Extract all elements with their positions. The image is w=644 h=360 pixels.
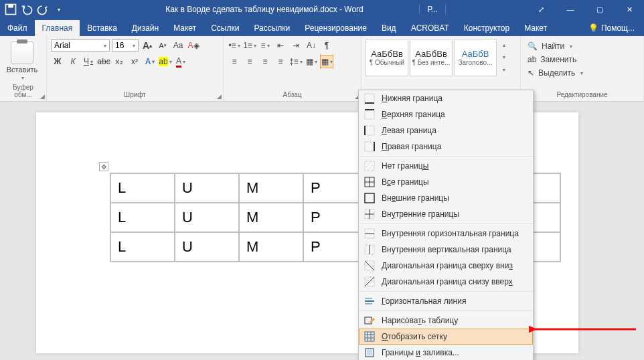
underline-button[interactable]: Ч▾ — [82, 55, 95, 68]
border-top-icon — [364, 109, 375, 120]
dd-draw-table[interactable]: Нарисовать таблицу — [359, 312, 533, 329]
decrease-indent-button[interactable]: ⇤ — [274, 39, 287, 52]
font-name-combo[interactable]: Arial▾ — [51, 39, 110, 52]
font-size-combo[interactable]: 16▾ — [112, 39, 139, 52]
clear-format-button[interactable]: A◈ — [187, 39, 200, 52]
dd-all-borders[interactable]: Все границы — [359, 174, 533, 190]
minimize-icon[interactable]: — — [556, 0, 585, 19]
dd-top-border[interactable]: Верхняя граница — [359, 106, 533, 122]
align-left-button[interactable]: ≡ — [228, 55, 241, 68]
bullets-button[interactable]: •≡▾ — [228, 39, 241, 52]
svg-rect-8 — [365, 142, 374, 151]
highlight-button[interactable]: ab▾ — [159, 55, 172, 68]
find-button[interactable]: 🔍Найти▾ — [525, 40, 639, 52]
maximize-icon[interactable]: ▢ — [585, 0, 615, 19]
dd-inside-v-border[interactable]: Внутренняя вертикальная граница — [359, 242, 533, 258]
dd-left-border[interactable]: Левая граница — [359, 122, 533, 139]
dd-borders-shading[interactable]: Границы и заливка... — [359, 345, 533, 360]
subscript-button[interactable]: x₂ — [112, 55, 126, 68]
qat-more-icon[interactable]: ▾ — [52, 3, 66, 16]
table-cell[interactable]: M — [239, 232, 303, 262]
style-name: Заголово... — [459, 59, 493, 66]
sort-button[interactable]: A↓ — [305, 39, 318, 52]
font-color-button[interactable]: A▾ — [174, 55, 187, 68]
ribbon-options-icon[interactable]: ⤢ — [526, 0, 556, 19]
styles-more[interactable]: ▴▾▾ — [498, 39, 509, 76]
text-effects-button[interactable]: A▾ — [143, 55, 157, 68]
tell-me[interactable]: 💡Помощ... — [581, 20, 644, 36]
style-normal[interactable]: АаБбВв¶ Обычный — [366, 39, 408, 76]
justify-button[interactable]: ≡ — [274, 55, 287, 68]
align-right-button[interactable]: ≡ — [258, 55, 272, 68]
table-cell[interactable]: M — [239, 203, 303, 232]
dd-right-border[interactable]: Правая граница — [359, 139, 533, 155]
tab-mailings[interactable]: Рассылки — [246, 20, 297, 36]
tab-insert[interactable]: Вставка — [80, 20, 125, 36]
shrink-font-button[interactable]: A▾ — [156, 39, 169, 52]
tab-view[interactable]: Вид — [374, 20, 404, 36]
dialog-launcher-icon[interactable]: ◢ — [40, 93, 45, 100]
tab-file[interactable]: Файл — [0, 20, 35, 36]
shading-button[interactable]: ▦▾ — [305, 55, 318, 68]
dd-diag-up-border[interactable]: Диагональная граница снизу вверх — [359, 274, 533, 290]
bulb-icon: 💡 — [588, 23, 598, 33]
undo-icon[interactable] — [20, 3, 33, 16]
style-nospacing[interactable]: АаБбВв¶ Без инте... — [410, 39, 453, 76]
group-label: Абзац — [228, 90, 357, 100]
replace-button[interactable]: abЗаменить — [525, 54, 639, 66]
tab-table-design[interactable]: Конструктор — [457, 20, 517, 36]
dd-bottom-border[interactable]: ННижняя границаижняя граница — [359, 90, 533, 106]
multilevel-button[interactable]: ≡▾ — [258, 39, 272, 52]
table-cell[interactable]: M — [239, 173, 303, 203]
dd-inside-borders[interactable]: Внутренние границы — [359, 206, 533, 222]
strike-button[interactable]: abc — [97, 55, 110, 68]
show-marks-button[interactable]: ¶ — [320, 39, 333, 52]
border-outside-icon — [364, 193, 375, 203]
tab-home[interactable]: Главная — [35, 20, 80, 36]
table-cell[interactable]: L — [110, 203, 175, 232]
increase-indent-button[interactable]: ⇥ — [289, 39, 303, 52]
style-heading1[interactable]: АаБбВЗаголово... — [454, 39, 497, 76]
group-label: Буфер обм... — [4, 82, 42, 100]
table-move-handle[interactable]: ✥ — [99, 162, 108, 171]
borders-button[interactable]: ▦▾ — [320, 55, 333, 68]
select-button[interactable]: ↖Выделить▾ — [525, 67, 639, 79]
annotation-arrow — [529, 323, 643, 343]
paste-label: Вставить — [7, 66, 38, 74]
search-icon: 🔍 — [528, 41, 538, 51]
close-icon[interactable]: ✕ — [615, 0, 644, 19]
line-spacing-button[interactable]: ‡≡▾ — [289, 55, 303, 68]
table-cell[interactable]: U — [175, 232, 239, 262]
table-cell[interactable]: L — [110, 173, 175, 203]
numbering-button[interactable]: 1≡▾ — [243, 39, 256, 52]
save-icon[interactable] — [4, 3, 17, 16]
tab-acrobat[interactable]: ACROBAT — [404, 20, 457, 36]
border-inside-icon — [364, 209, 375, 219]
table-cell[interactable]: L — [110, 232, 175, 262]
bold-button[interactable]: Ж — [51, 55, 64, 68]
dd-no-border[interactable]: Нет границы — [359, 158, 533, 174]
tab-table-layout[interactable]: Макет — [517, 20, 554, 36]
tab-references[interactable]: Ссылки — [204, 20, 246, 36]
account-tab[interactable]: Р... — [419, 5, 446, 14]
tab-design[interactable]: Дизайн — [125, 20, 166, 36]
italic-button[interactable]: К — [66, 55, 80, 68]
border-right-icon — [364, 141, 375, 152]
table-cell[interactable]: U — [175, 173, 239, 203]
table-cell[interactable]: U — [175, 203, 239, 232]
redo-icon[interactable] — [36, 3, 50, 16]
grow-font-button[interactable]: A▴ — [141, 39, 154, 52]
dd-outside-borders[interactable]: Внешние границы — [359, 190, 533, 206]
superscript-button[interactable]: x² — [128, 55, 141, 68]
dd-inside-h-border[interactable]: Внутренняя горизонтальная граница — [359, 226, 533, 242]
tab-layout[interactable]: Макет — [166, 20, 204, 36]
dd-view-gridlines[interactable]: Отобразить сетку — [359, 329, 533, 345]
align-center-button[interactable]: ≡ — [243, 55, 256, 68]
dd-horizontal-line[interactable]: Горизонтальная линия — [359, 293, 533, 309]
change-case-button[interactable]: Aa — [171, 39, 185, 52]
svg-rect-30 — [365, 332, 374, 341]
dialog-launcher-icon[interactable]: ◢ — [217, 93, 222, 100]
dd-diag-down-border[interactable]: Диагональная граница сверху вниз — [359, 258, 533, 274]
paste-button[interactable]: Вставить ▾ — [4, 39, 40, 81]
tab-review[interactable]: Рецензирование — [297, 20, 374, 36]
